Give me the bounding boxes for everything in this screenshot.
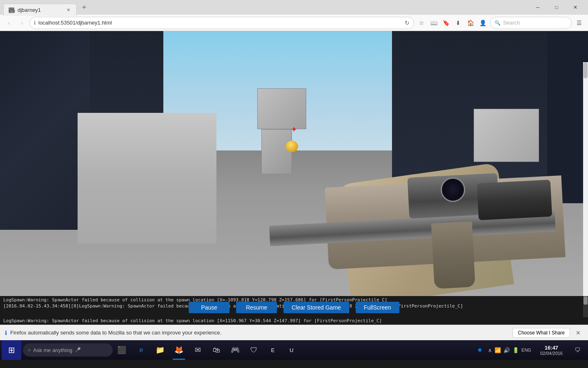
back-button[interactable]: ‹: [3, 17, 15, 29]
close-button[interactable]: ✕: [566, 0, 585, 15]
security-icon: 🛡: [250, 346, 258, 355]
notification-close-button[interactable]: ✕: [573, 328, 583, 338]
task-view-icon: ⬛: [117, 346, 126, 355]
search-box[interactable]: 🔍 Search: [490, 17, 572, 29]
notification-center-icon: 🗨: [575, 347, 580, 353]
forward-button[interactable]: ›: [16, 17, 28, 29]
chevron-up-icon[interactable]: ∧: [488, 347, 492, 353]
taskbar-mail[interactable]: ✉: [189, 340, 207, 360]
language-eng[interactable]: ENG: [521, 348, 531, 352]
mail-icon: ✉: [195, 346, 201, 355]
scrollbar-thumb[interactable]: [584, 62, 588, 79]
epic-icon: E: [271, 347, 275, 353]
notification-center-button[interactable]: 🗨: [568, 340, 586, 360]
pause-button[interactable]: Pause: [189, 302, 229, 313]
game-area[interactable]: + ▲: [0, 31, 588, 296]
wall-left: [0, 31, 90, 230]
task-view-button[interactable]: ⬛: [113, 340, 131, 360]
gun-handle: [431, 221, 475, 289]
taskbar-pinned-apps: e 📁 🦊 ✉ 🛍 🎮 🛡 E U: [132, 340, 301, 360]
taskbar-search[interactable]: ○ Ask me anything 🎤: [23, 343, 113, 357]
taskbar-unreal[interactable]: U: [283, 340, 301, 360]
taskbar-epic[interactable]: E: [264, 340, 282, 360]
minimize-button[interactable]: ─: [528, 0, 547, 15]
weapon-area: [241, 100, 588, 296]
log-buttons-area: LogSpawn:Warning: SpawnActor failed beca…: [0, 296, 588, 317]
folder-icon: 📁: [156, 346, 165, 355]
gun-scope-lens: [440, 177, 466, 202]
clock-date: 02/04/2016: [540, 351, 563, 356]
profile-icon[interactable]: 👤: [477, 17, 488, 29]
firefox-icon: 🦊: [174, 346, 183, 355]
volume-icon[interactable]: 🔊: [503, 347, 510, 353]
windows-icon: ⊞: [8, 345, 15, 355]
notification-bar: ℹ Firefox automatically sends some data …: [0, 325, 588, 340]
taskbar: ⊞ ○ Ask me anything 🎤 ⬛ e 📁 🦊 ✉ 🛍 🎮 🛡: [0, 340, 588, 360]
fullscreen-button[interactable]: FullScreen: [356, 302, 399, 313]
choose-what-share-button[interactable]: Choose What I Share: [512, 328, 570, 338]
tab-favicon: 🎮: [9, 7, 14, 13]
toolbar-icons: ☆ 📖 🔖 ⬇ 🏠 👤: [416, 17, 488, 29]
resume-button[interactable]: Resume: [236, 302, 277, 313]
menu-button[interactable]: ☰: [573, 17, 585, 29]
maximize-button[interactable]: □: [547, 0, 566, 15]
battery-icon[interactable]: 🔋: [512, 347, 519, 353]
window-controls: ─ □ ✕: [528, 0, 585, 15]
taskbar-system-tray: ∧ 📶 🔊 🔋 ENG 16:47 02/04/2016 🗨: [478, 340, 586, 360]
start-button[interactable]: ⊞: [2, 340, 21, 360]
taskbar-search-icon: ○: [28, 347, 31, 353]
taskbar-security[interactable]: 🛡: [245, 340, 263, 360]
pocket-icon[interactable]: 🔖: [440, 17, 452, 29]
address-bar: ‹ › ℹ localhost:53501/djbarney1.html ↻ ☆…: [0, 15, 588, 31]
taskbar-search-text: Ask me anything: [33, 347, 72, 353]
home-icon[interactable]: 🏠: [465, 17, 476, 29]
download-icon[interactable]: ⬇: [452, 17, 464, 29]
game-buttons-row: Pause Resume Clear Stored Game FullScree…: [189, 302, 399, 313]
notification-text: Firefox automatically sends some data to…: [10, 330, 509, 336]
new-tab-button[interactable]: +: [78, 2, 90, 13]
active-tab[interactable]: 🎮 djbarney1 ✕: [3, 4, 77, 16]
notification-dot: [478, 348, 481, 352]
url-text: localhost:53501/djbarney1.html: [38, 20, 402, 26]
search-icon: 🔍: [494, 20, 501, 26]
clear-stored-game-button[interactable]: Clear Stored Game: [283, 302, 349, 313]
taskbar-file-explorer[interactable]: 📁: [151, 340, 169, 360]
taskbar-xbox[interactable]: 🎮: [226, 340, 244, 360]
taskbar-clock[interactable]: 16:47 02/04/2016: [536, 345, 567, 356]
tab-close-button[interactable]: ✕: [65, 7, 71, 13]
store-icon: 🛍: [213, 346, 220, 355]
system-tray-icons: ∧ 📶 🔊 🔋 ENG: [485, 347, 535, 353]
reader-icon[interactable]: 📖: [428, 17, 439, 29]
lock-icon: ℹ: [34, 20, 36, 26]
unreal-icon: U: [290, 347, 293, 353]
search-placeholder: Search: [503, 20, 520, 26]
scrollbar-right[interactable]: ▲: [583, 62, 588, 296]
notification-info-icon: ℹ: [5, 330, 7, 336]
clock-time: 16:47: [545, 345, 558, 351]
platform-left: [78, 113, 216, 244]
tab-bar: 🎮 djbarney1 ✕ + ─ □ ✕: [0, 0, 588, 15]
gun-mechanism: [477, 180, 552, 220]
edge-icon: e: [140, 346, 143, 354]
network-icon[interactable]: 📶: [494, 347, 501, 353]
log-area-line3: LogSpawn:Warning: SpawnActor failed beca…: [0, 317, 588, 325]
browser-bottom: LogSpawn:Warning: SpawnActor failed beca…: [0, 296, 588, 340]
xbox-icon: 🎮: [231, 346, 240, 355]
game-scene: +: [0, 31, 588, 296]
tab-title: djbarney1: [18, 7, 62, 13]
taskbar-edge-browser[interactable]: e: [132, 340, 150, 360]
taskbar-store[interactable]: 🛍: [207, 340, 225, 360]
bookmark-icon[interactable]: ☆: [416, 17, 427, 29]
log-line-3: LogSpawn:Warning: SpawnActor failed beca…: [3, 318, 382, 323]
url-bar[interactable]: ℹ localhost:53501/djbarney1.html ↻: [29, 17, 414, 29]
taskbar-firefox[interactable]: 🦊: [170, 340, 188, 360]
refresh-button[interactable]: ↻: [405, 20, 410, 26]
taskbar-microphone-icon: 🎤: [75, 347, 81, 353]
